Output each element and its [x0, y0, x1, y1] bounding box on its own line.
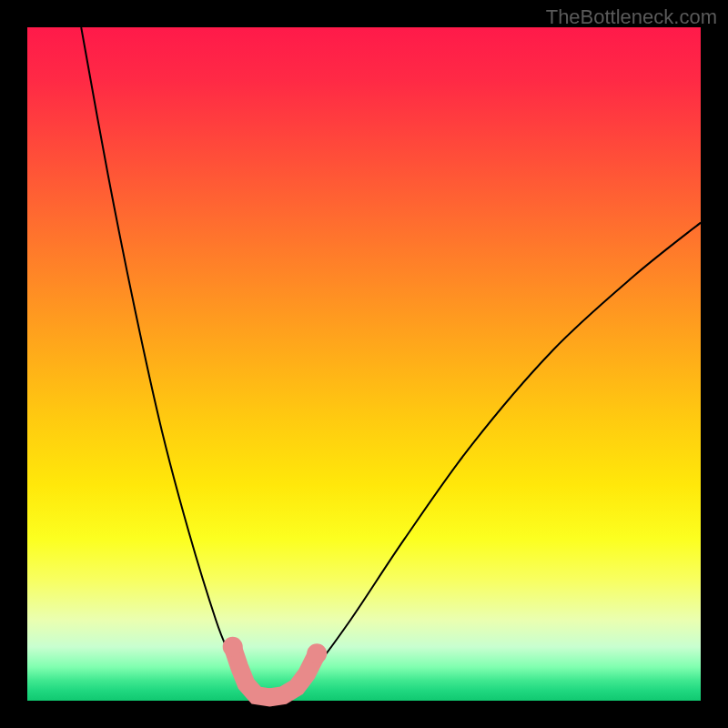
watermark-text: TheBottleneck.com: [546, 5, 717, 29]
right-curve: [267, 223, 701, 701]
marker-group: [223, 637, 328, 698]
bottleneck-chart: [27, 27, 701, 701]
marker-path: [233, 647, 318, 698]
marker-dot: [223, 637, 243, 657]
left-curve: [81, 27, 267, 701]
marker-dot: [307, 643, 327, 663]
chart-svg: [27, 27, 701, 701]
